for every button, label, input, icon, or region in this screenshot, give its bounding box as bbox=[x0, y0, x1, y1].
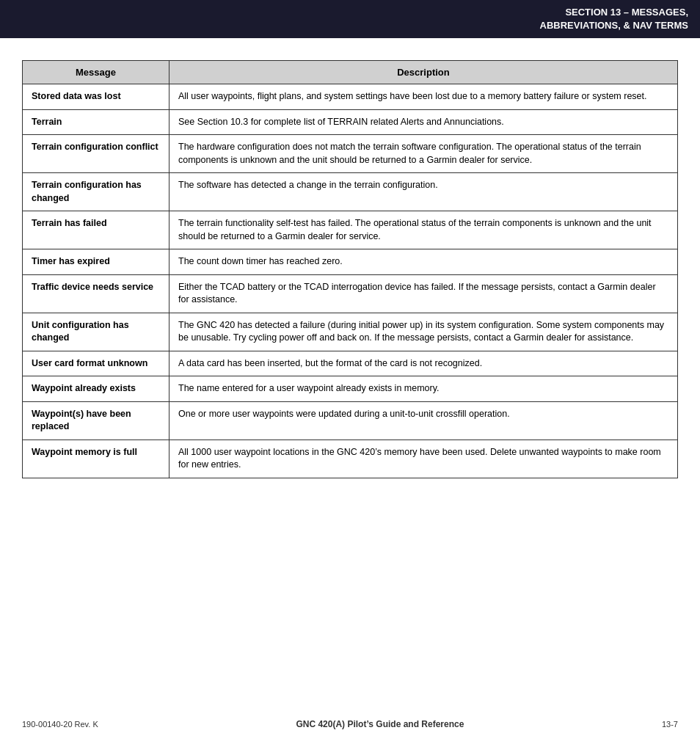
description-cell: One or more user waypoints were updated … bbox=[169, 401, 678, 440]
description-cell: The hardware configuration does not matc… bbox=[169, 135, 678, 173]
col-message-header: Message bbox=[23, 61, 169, 84]
message-cell: Waypoint memory is full bbox=[23, 440, 169, 478]
message-cell: Traffic device needs service bbox=[23, 274, 169, 313]
table-row: Traffic device needs serviceEither the T… bbox=[23, 274, 678, 313]
table-row: Terrain has failedThe terrain functional… bbox=[23, 211, 678, 249]
table-row: Waypoint memory is fullAll 1000 user way… bbox=[23, 440, 678, 478]
description-cell: All user waypoints, flight plans, and sy… bbox=[169, 84, 678, 110]
message-cell: Terrain configuration has changed bbox=[23, 173, 169, 211]
footer-center: GNC 420(A) Pilot’s Guide and Reference bbox=[296, 719, 464, 729]
description-cell: See Section 10.3 for complete list of TE… bbox=[169, 109, 678, 135]
message-cell: Timer has expired bbox=[23, 249, 169, 275]
message-cell: Stored data was lost bbox=[23, 84, 169, 110]
message-cell: User card format unknown bbox=[23, 351, 169, 376]
messages-table: Message Description Stored data was lost… bbox=[22, 60, 678, 478]
table-row: Terrain configuration has changedThe sof… bbox=[23, 173, 678, 211]
description-cell: The count down timer has reached zero. bbox=[169, 249, 678, 275]
description-cell: The name entered for a user waypoint alr… bbox=[169, 376, 678, 402]
header-line2: ABBREVIATIONS, & NAV TERMS bbox=[540, 20, 688, 31]
table-row: TerrainSee Section 10.3 for complete lis… bbox=[23, 109, 678, 135]
description-cell: Either the TCAD battery or the TCAD inte… bbox=[169, 274, 678, 313]
description-cell: All 1000 user waypoint locations in the … bbox=[169, 440, 678, 478]
table-row: User card format unknownA data card has … bbox=[23, 351, 678, 376]
message-cell: Unit configuration has changed bbox=[23, 313, 169, 351]
table-row: Waypoint(s) have been replacedOne or mor… bbox=[23, 401, 678, 440]
page-content: Message Description Stored data was lost… bbox=[0, 38, 700, 493]
table-row: Stored data was lostAll user waypoints, … bbox=[23, 84, 678, 110]
description-cell: A data card has been inserted, but the f… bbox=[169, 351, 678, 376]
header-bar: SECTION 13 – MESSAGES, ABBREVIATIONS, & … bbox=[0, 0, 700, 38]
message-cell: Terrain bbox=[23, 109, 169, 135]
description-cell: The GNC 420 has detected a failure (duri… bbox=[169, 313, 678, 351]
message-cell: Terrain has failed bbox=[23, 211, 169, 249]
table-row: Timer has expiredThe count down timer ha… bbox=[23, 249, 678, 275]
description-cell: The software has detected a change in th… bbox=[169, 173, 678, 211]
table-row: Unit configuration has changedThe GNC 42… bbox=[23, 313, 678, 351]
footer-left: 190-00140-20 Rev. K bbox=[22, 720, 98, 729]
message-cell: Waypoint(s) have been replaced bbox=[23, 401, 169, 440]
footer: 190-00140-20 Rev. K GNC 420(A) Pilot’s G… bbox=[0, 719, 700, 729]
col-description-header: Description bbox=[169, 61, 678, 84]
table-row: Terrain configuration conflictThe hardwa… bbox=[23, 135, 678, 173]
description-cell: The terrain functionality self-test has … bbox=[169, 211, 678, 249]
message-cell: Waypoint already exists bbox=[23, 376, 169, 402]
table-row: Waypoint already existsThe name entered … bbox=[23, 376, 678, 402]
header-line1: SECTION 13 – MESSAGES, bbox=[565, 7, 688, 18]
message-cell: Terrain configuration conflict bbox=[23, 135, 169, 173]
footer-right: 13-7 bbox=[662, 720, 678, 729]
